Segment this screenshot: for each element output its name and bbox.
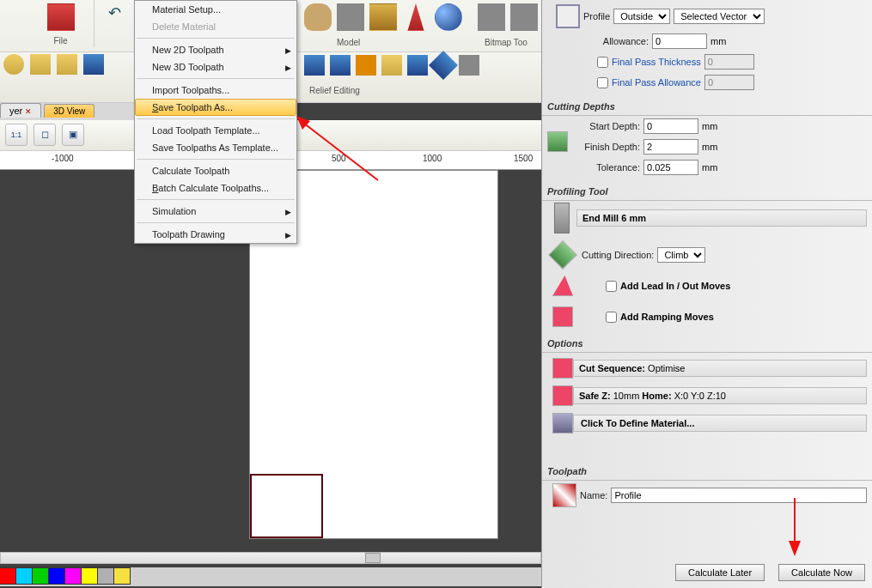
submenu-arrow-icon: ▶	[285, 231, 291, 239]
bitmap-icon2[interactable]	[510, 3, 538, 31]
lead-in-out-checkbox[interactable]	[606, 281, 617, 292]
cone-icon[interactable]	[381, 55, 402, 76]
ruler-tick: 500	[332, 154, 346, 163]
calculate-now-button[interactable]: Calculate Now	[778, 564, 865, 581]
menu-save-toolpaths-as-template[interactable]: Save Toolpaths As Template...	[135, 139, 296, 156]
profile-side-select[interactable]: Outside	[613, 9, 670, 24]
menu-new-2d-toolpath[interactable]: New 2D Toolpath▶	[135, 41, 296, 58]
lead-icon	[552, 276, 573, 296]
weave-icon[interactable]	[30, 54, 51, 75]
lamp-icon[interactable]	[402, 3, 430, 31]
ribbon-group-file: File	[27, 0, 95, 47]
profile-label: Profile	[583, 11, 610, 21]
ramp-icon	[552, 306, 573, 327]
define-material-button[interactable]: Click To Define Material...	[573, 415, 867, 432]
spiral-icon[interactable]	[3, 54, 24, 75]
depth-icon	[547, 131, 568, 152]
toolpath-icon	[552, 483, 576, 507]
menu-load-toolpath-template[interactable]: Load Toolpath Template...	[135, 122, 296, 139]
relief-icon3[interactable]	[459, 55, 479, 76]
ramping-checkbox[interactable]	[606, 312, 617, 323]
final-pass-allowance-label: Final Pass Allowance	[612, 77, 701, 88]
swatch-gold[interactable]	[113, 567, 131, 585]
ribbon-label-relief: Relief Editing	[309, 86, 360, 95]
swatch-cyan[interactable]	[15, 567, 33, 585]
menu-import-toolpaths[interactable]: Import Toolpaths...	[135, 82, 296, 99]
cut-sequence-button[interactable]: Cut Sequence: Optimise	[573, 360, 867, 377]
menu-save-toolpath-as[interactable]: Save Toolpath As...	[135, 99, 296, 116]
menu-simulation[interactable]: Simulation▶	[135, 203, 296, 220]
finish-depth-label: Finish Depth:	[573, 142, 640, 152]
cutting-direction-select[interactable]: Climb	[657, 247, 705, 263]
tab-3d-view[interactable]: 3D View	[44, 104, 95, 118]
flame-icon[interactable]	[356, 55, 376, 76]
material-icon	[552, 413, 573, 433]
undo-icon[interactable]: ↶	[104, 3, 125, 24]
tool-name-button[interactable]: End Mill 6 mm	[576, 209, 867, 227]
final-pass-thickness-input	[704, 54, 754, 70]
direction-icon	[548, 240, 577, 270]
tab-bar: yer ✕ 3D View	[0, 103, 137, 120]
notebook-icon[interactable]	[47, 3, 75, 31]
ruler-tick: 1000	[423, 154, 442, 163]
ruler-tick: -1000	[52, 154, 74, 163]
diamond-icon[interactable]	[429, 51, 458, 80]
unit-mm: mm	[702, 121, 717, 131]
unit-mm: mm	[702, 142, 717, 152]
swatch-green[interactable]	[32, 567, 49, 585]
swatch-yellow[interactable]	[81, 567, 98, 585]
toolpath-name-input[interactable]	[611, 488, 867, 503]
toolpath-section-header: Toolpath	[542, 463, 872, 481]
ribbon-label-model: Model	[337, 38, 360, 47]
bitmap-icon1[interactable]	[478, 3, 505, 31]
zoom-fit-button[interactable]: ◻	[34, 124, 56, 146]
bear-brown-icon[interactable]	[304, 3, 332, 31]
profiling-tool-header: Profiling Tool	[542, 183, 872, 201]
swatch-grey[interactable]	[97, 567, 114, 585]
swatch-blue[interactable]	[48, 567, 65, 585]
toolpath-name-label: Name:	[580, 490, 607, 500]
swatch-magenta[interactable]	[64, 567, 82, 585]
finish-depth-input[interactable]	[643, 139, 698, 155]
face-icon[interactable]	[369, 3, 397, 31]
menu-calculate-toolpath[interactable]: Calculate Toolpath	[135, 162, 296, 179]
swatch-red[interactable]	[0, 567, 16, 585]
scrollbar-thumb[interactable]	[365, 553, 381, 563]
safe-z-button[interactable]: Safe Z: 10mm Home: X:0 Y:0 Z:10	[573, 387, 867, 404]
star-icon[interactable]	[83, 54, 104, 75]
scrollbar-horizontal[interactable]	[0, 552, 541, 564]
bear-grey-icon[interactable]	[337, 3, 364, 31]
sphere-icon[interactable]	[435, 3, 462, 31]
profile-icon	[556, 4, 580, 28]
tab-layer[interactable]: yer ✕	[0, 103, 41, 118]
tolerance-input[interactable]	[643, 160, 698, 175]
allowance-label: Allowance:	[582, 36, 649, 46]
sequence-icon	[552, 358, 573, 379]
vectors-select[interactable]: Selected Vectors	[674, 9, 765, 24]
menu-new-3d-toolpath[interactable]: New 3D Toolpath▶	[135, 58, 296, 76]
calculate-later-button[interactable]: Calculate Later	[675, 564, 765, 581]
ruler-tick: 1500	[514, 154, 533, 163]
lead-in-out-label: Add Lead In / Out Moves	[620, 281, 730, 291]
relief-icon2[interactable]	[330, 55, 351, 76]
toolpath-panel: Profile Type & Vector Association Profil…	[541, 0, 872, 588]
cutting-direction-label: Cutting Direction:	[582, 250, 654, 260]
zoom-11-button[interactable]: 1:1	[5, 124, 27, 146]
ramping-label: Add Ramping Moves	[620, 312, 714, 322]
relief-icon1[interactable]	[304, 55, 325, 76]
menu-material-setup[interactable]: Material Setup...	[135, 1, 296, 18]
zoom-sel-button[interactable]: ▣	[62, 124, 84, 146]
puzzle-icon[interactable]	[57, 54, 77, 75]
endmill-icon	[554, 203, 570, 233]
menu-batch-calculate-toolpaths[interactable]: Batch Calculate Toolpaths...	[135, 179, 296, 197]
ribbon-label-bitmap: Bitmap Too	[485, 38, 527, 47]
final-pass-thickness-label: Final Pass Thickness	[612, 57, 701, 67]
start-depth-input[interactable]	[643, 118, 698, 134]
allowance-input[interactable]	[652, 33, 707, 49]
unit-mm: mm	[710, 36, 726, 46]
final-pass-thickness-checkbox[interactable]	[597, 57, 608, 68]
menu-toolpath-drawing[interactable]: Toolpath Drawing▶	[135, 226, 296, 243]
toolpaths-menu: Material Setup... Delete Material New 2D…	[134, 0, 297, 244]
final-pass-allowance-checkbox[interactable]	[597, 77, 608, 88]
pillar-icon[interactable]	[407, 55, 428, 76]
